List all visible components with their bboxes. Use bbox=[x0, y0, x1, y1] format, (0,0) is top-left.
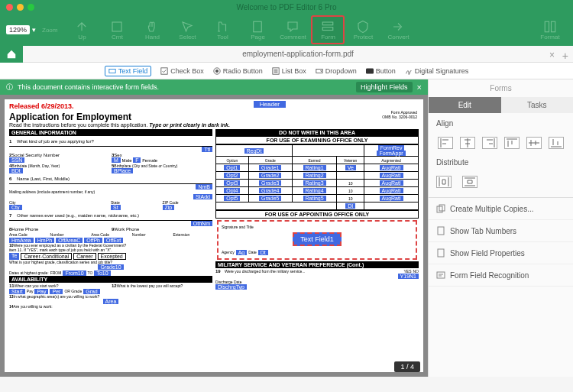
minimize-window[interactable] bbox=[17, 4, 24, 11]
protect-button[interactable]: Protect bbox=[346, 15, 380, 44]
svg-rect-4 bbox=[545, 21, 549, 32]
current-button[interactable]: Crnt bbox=[100, 15, 134, 44]
svg-rect-3 bbox=[323, 27, 334, 30]
align-top[interactable] bbox=[504, 137, 520, 149]
section-dnw: DO NOT WRITE IN THIS AREA bbox=[215, 129, 419, 136]
titlebar: Welcome to PDF Editor 6 Pro bbox=[0, 0, 573, 14]
svg-rect-12 bbox=[366, 68, 374, 73]
convert-button[interactable]: Convert bbox=[381, 15, 415, 44]
svg-rect-6 bbox=[108, 69, 115, 73]
listbox-tool[interactable]: List Box bbox=[272, 67, 306, 75]
radio-tool[interactable]: Radio Button bbox=[213, 67, 263, 75]
align-label: Align bbox=[429, 113, 573, 134]
svg-point-9 bbox=[215, 70, 218, 72]
checkbox-tool[interactable]: Check Box bbox=[160, 67, 204, 75]
svg-rect-16 bbox=[438, 249, 444, 257]
align-left[interactable] bbox=[438, 137, 453, 149]
page-button[interactable]: Page bbox=[241, 15, 274, 44]
document-viewport[interactable]: Released 6/29/2013. Header Form Approved… bbox=[0, 95, 428, 377]
close-notice-icon[interactable]: × bbox=[417, 83, 422, 92]
distribute-h[interactable] bbox=[436, 176, 452, 188]
page-indicator[interactable]: 1 / 4 bbox=[394, 361, 420, 372]
new-tab-icon[interactable]: + bbox=[562, 50, 568, 62]
show-tab-numbers[interactable]: Show Tab Numbers bbox=[429, 220, 573, 242]
home-tab[interactable] bbox=[0, 46, 23, 63]
align-right[interactable] bbox=[482, 137, 497, 149]
text-field-tool[interactable]: Text Field bbox=[105, 66, 152, 76]
highlight-fields-button[interactable]: Highlight Fields bbox=[356, 82, 413, 92]
svg-rect-2 bbox=[323, 22, 334, 25]
svg-rect-0 bbox=[112, 22, 121, 31]
form-toolbar: Text Field Check Box Radio Button List B… bbox=[0, 63, 573, 79]
form-button[interactable]: Form bbox=[311, 15, 345, 44]
select-button[interactable]: Select bbox=[170, 15, 204, 44]
maximize-window[interactable] bbox=[28, 4, 34, 11]
distribute-v[interactable] bbox=[462, 176, 478, 188]
close-window[interactable] bbox=[6, 4, 13, 11]
create-copies[interactable]: Create Multiple Copies... bbox=[429, 198, 573, 220]
zoom-control[interactable]: 129%▾ bbox=[6, 25, 36, 34]
window-title: Welcome to PDF Editor 6 Pro bbox=[237, 3, 337, 11]
form-recognition[interactable]: Form Field Recognition bbox=[429, 264, 573, 287]
notice-bar: ⓘ This document contains interactive for… bbox=[0, 79, 428, 95]
svg-rect-5 bbox=[552, 21, 555, 32]
show-field-props[interactable]: Show Field Properties bbox=[429, 242, 573, 264]
edit-tab[interactable]: Edit bbox=[429, 97, 501, 113]
section-availability: AVAILABILITY bbox=[9, 276, 212, 283]
section-general-info: GENERAL INFORMATION bbox=[9, 129, 212, 136]
main-toolbar: 129%▾ Zoom Up Crnt Hand Select Tool Page… bbox=[0, 14, 573, 46]
selected-text-field[interactable]: Text Field1 bbox=[293, 232, 342, 246]
svg-rect-15 bbox=[438, 227, 444, 235]
sidebar-title: Forms bbox=[429, 79, 573, 97]
align-bottom[interactable] bbox=[549, 137, 564, 149]
document-page: Released 6/29/2013. Header Form Approved… bbox=[5, 99, 423, 372]
section-military: MILITARY SERVICE AND VETERAN PREFERENCE … bbox=[215, 261, 419, 268]
released-text: Released 6/29/2013. bbox=[9, 102, 74, 110]
align-center-v[interactable] bbox=[526, 137, 542, 149]
comment-button[interactable]: Comment bbox=[276, 15, 309, 44]
dropdown-tool[interactable]: Dropdown bbox=[316, 67, 357, 75]
tasks-tab[interactable]: Tasks bbox=[501, 97, 574, 113]
hand-button[interactable]: Hand bbox=[135, 15, 169, 44]
distribute-label: Distribute bbox=[429, 152, 573, 173]
signatures-tool[interactable]: Digital Signatures bbox=[405, 67, 469, 75]
format-button[interactable]: Format bbox=[533, 15, 567, 44]
svg-rect-1 bbox=[254, 21, 262, 32]
document-tab[interactable]: employment-application-form.pdf×+ bbox=[23, 50, 573, 58]
notice-text: This document contains interactive form … bbox=[18, 83, 356, 91]
close-tab-icon[interactable]: × bbox=[549, 50, 555, 60]
svg-rect-17 bbox=[437, 272, 445, 278]
svg-rect-7 bbox=[161, 67, 167, 73]
up-button[interactable]: Up bbox=[65, 15, 99, 44]
button-tool[interactable]: Button bbox=[366, 67, 396, 75]
align-center-h[interactable] bbox=[460, 137, 475, 149]
tool-button[interactable]: Tool bbox=[206, 15, 239, 44]
tab-bar: employment-application-form.pdf×+ bbox=[0, 46, 573, 63]
forms-sidebar: Forms Edit Tasks Align Distribute Create… bbox=[428, 79, 573, 377]
header-field[interactable]: Header bbox=[254, 101, 286, 108]
form-title: Application for Employment bbox=[9, 112, 419, 122]
